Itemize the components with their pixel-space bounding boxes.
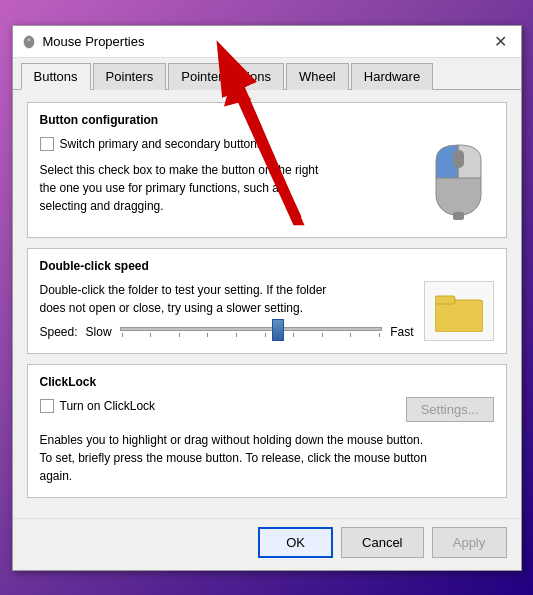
title-bar: Mouse Properties ✕ xyxy=(13,26,521,58)
clicklock-checkbox[interactable] xyxy=(40,399,54,413)
tick-7 xyxy=(293,333,294,337)
clicklock-settings-button[interactable]: Settings... xyxy=(406,397,494,422)
button-config-desc: Select this check box to make the button… xyxy=(40,161,414,215)
svg-rect-7 xyxy=(453,212,464,220)
button-config-left: Switch primary and secondary buttons Sel… xyxy=(40,135,414,215)
speed-row: Speed: Slow xyxy=(40,325,414,339)
speed-label: Speed: xyxy=(40,325,78,339)
window-title: Mouse Properties xyxy=(43,34,145,49)
clicklock-section: ClickLock Turn on ClickLock Settings... … xyxy=(27,364,507,498)
tick-3 xyxy=(179,333,180,337)
slider-container xyxy=(120,327,383,337)
apply-button[interactable]: Apply xyxy=(432,527,507,558)
content-area: Button configuration Switch primary and … xyxy=(13,90,521,518)
tick-marks xyxy=(120,333,383,337)
double-click-left: Double-click the folder to test your set… xyxy=(40,281,414,339)
tab-wheel[interactable]: Wheel xyxy=(286,63,349,90)
clicklock-label: Turn on ClickLock xyxy=(60,397,156,415)
slow-label: Slow xyxy=(86,325,112,339)
clicklock-title: ClickLock xyxy=(40,375,494,389)
tab-pointer-options[interactable]: Pointer Options xyxy=(168,63,284,90)
double-click-inner: Double-click the folder to test your set… xyxy=(40,281,494,341)
folder-test-area[interactable] xyxy=(424,281,494,341)
speed-slider-track xyxy=(120,327,383,331)
svg-rect-8 xyxy=(435,300,483,332)
double-click-desc: Double-click the folder to test your set… xyxy=(40,281,414,317)
cancel-button[interactable]: Cancel xyxy=(341,527,423,558)
tab-hardware[interactable]: Hardware xyxy=(351,63,433,90)
tab-pointers[interactable]: Pointers xyxy=(93,63,167,90)
folder-svg xyxy=(435,290,483,332)
speed-slider-thumb[interactable] xyxy=(272,319,284,341)
mouse-graphic xyxy=(424,135,494,225)
title-bar-left: Mouse Properties xyxy=(21,33,145,49)
tick-2 xyxy=(150,333,151,337)
tick-1 xyxy=(122,333,123,337)
clicklock-checkbox-row: Turn on ClickLock xyxy=(40,397,156,415)
tick-6 xyxy=(265,333,266,337)
svg-rect-9 xyxy=(435,296,455,304)
tab-buttons[interactable]: Buttons xyxy=(21,63,91,90)
window-icon xyxy=(21,33,37,49)
tick-5 xyxy=(236,333,237,337)
close-button[interactable]: ✕ xyxy=(489,29,513,53)
primary-secondary-row: Switch primary and secondary buttons xyxy=(40,135,414,153)
ok-button[interactable]: OK xyxy=(258,527,333,558)
clicklock-row: Turn on ClickLock Settings... xyxy=(40,397,494,423)
mouse-properties-window: Mouse Properties ✕ Buttons Pointers Poin… xyxy=(12,25,522,571)
primary-secondary-label: Switch primary and secondary buttons xyxy=(60,135,263,153)
double-click-section: Double-click speed Double-click the fold… xyxy=(27,248,507,354)
button-config-section: Button configuration Switch primary and … xyxy=(27,102,507,238)
double-click-title: Double-click speed xyxy=(40,259,494,273)
tick-10 xyxy=(379,333,380,337)
primary-secondary-checkbox[interactable] xyxy=(40,137,54,151)
tick-9 xyxy=(350,333,351,337)
tick-4 xyxy=(207,333,208,337)
fast-label: Fast xyxy=(390,325,413,339)
tick-8 xyxy=(322,333,323,337)
button-config-inner: Switch primary and secondary buttons Sel… xyxy=(40,135,494,225)
button-config-title: Button configuration xyxy=(40,113,494,127)
tab-bar: Buttons Pointers Pointer Options Wheel H… xyxy=(13,58,521,90)
clicklock-desc: Enables you to highlight or drag without… xyxy=(40,431,494,485)
dialog-button-row: OK Cancel Apply xyxy=(13,518,521,570)
mouse-svg xyxy=(431,140,486,220)
